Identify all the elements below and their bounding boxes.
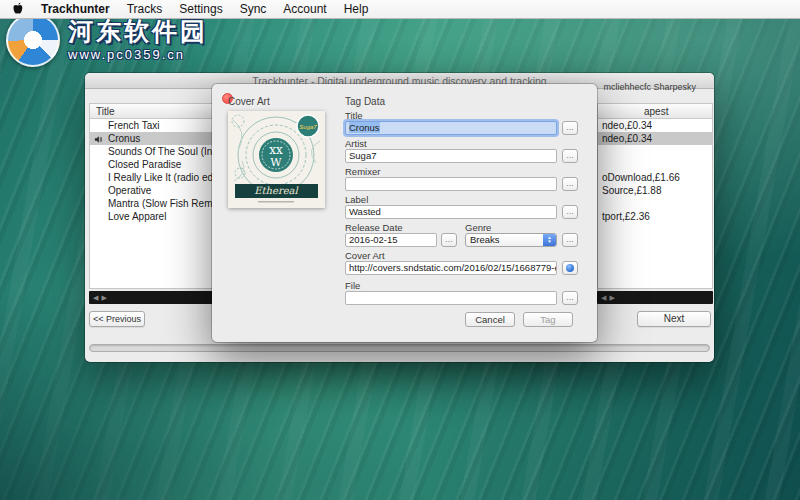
store-row[interactable] bbox=[598, 145, 712, 158]
cover-art-fetch-button[interactable] bbox=[562, 261, 578, 275]
cancel-button[interactable]: Cancel bbox=[465, 312, 515, 327]
release-date-more-button[interactable]: … bbox=[441, 233, 457, 247]
globe-icon bbox=[566, 264, 574, 272]
genre-dropdown[interactable]: Breaks ▲ ▼ bbox=[465, 233, 557, 247]
store-row-selected[interactable]: ndeo,£0.34 bbox=[598, 132, 712, 145]
cover-art-section-label: Cover Art bbox=[228, 96, 270, 107]
watermark-site-url: www.pc0359.cn bbox=[68, 48, 208, 62]
scroll-right-icon[interactable]: ▶ bbox=[609, 291, 614, 304]
menu-item-settings[interactable]: Settings bbox=[179, 2, 222, 16]
apple-icon bbox=[12, 2, 24, 16]
watermark-site-name: 河东软件园 bbox=[68, 18, 208, 46]
track-row-label: Cronus bbox=[108, 133, 140, 144]
album-title: Ethereal bbox=[254, 185, 298, 196]
cover-art-field-label: Cover Art bbox=[345, 250, 385, 261]
genre-more-button[interactable]: … bbox=[562, 233, 578, 247]
release-date-field-label: Release Date bbox=[345, 222, 403, 233]
tag-button[interactable]: Tag bbox=[523, 312, 573, 327]
artist-more-button[interactable]: … bbox=[562, 149, 578, 163]
menu-item-help[interactable]: Help bbox=[344, 2, 369, 16]
next-button[interactable]: Next bbox=[637, 311, 711, 327]
title-input-value: Cronus bbox=[349, 122, 380, 133]
menu-item-sync[interactable]: Sync bbox=[240, 2, 267, 16]
label-more-button[interactable]: … bbox=[562, 205, 578, 219]
title-more-button[interactable]: … bbox=[562, 121, 578, 135]
album-monogram-bottom: W bbox=[270, 156, 282, 169]
title-input[interactable]: Cronus bbox=[345, 121, 557, 135]
store-row[interactable] bbox=[598, 197, 712, 210]
remixer-field-label: Remixer bbox=[345, 166, 380, 177]
menu-item-trackhunter[interactable]: Trackhunter bbox=[41, 2, 110, 16]
album-artist-badge: Suga7 bbox=[299, 124, 317, 130]
tag-data-section-label: Tag Data bbox=[345, 96, 385, 107]
store-row[interactable]: Source,£1.88 bbox=[598, 184, 712, 197]
store-price-pane: apest ndeo,£0.34 ndeo,£0.34 oDownload,£1… bbox=[597, 103, 713, 289]
menu-item-account[interactable]: Account bbox=[283, 2, 326, 16]
file-field-label: File bbox=[345, 280, 360, 291]
store-row[interactable]: ndeo,£0.34 bbox=[598, 119, 712, 132]
remixer-more-button[interactable]: … bbox=[562, 177, 578, 191]
title-field-label: Title bbox=[345, 110, 363, 121]
store-row[interactable]: oDownload,£1.66 bbox=[598, 171, 712, 184]
genre-field-label: Genre bbox=[465, 222, 491, 233]
label-input[interactable]: Wasted bbox=[345, 205, 557, 219]
release-date-input[interactable]: 2016-02-15 bbox=[345, 233, 437, 247]
tag-editor-dialog: Cover Art Tag Data xx W Suga7 Ethereal bbox=[212, 84, 597, 342]
column-header-cheapest[interactable]: apest bbox=[598, 104, 712, 119]
progress-bar bbox=[89, 344, 710, 352]
header-fragment: mcliehhecfc Sharpesky bbox=[603, 82, 696, 92]
previous-button[interactable]: << Previous bbox=[89, 311, 145, 327]
apple-menu[interactable] bbox=[12, 2, 24, 16]
store-list-scrollbar[interactable]: ◀ ▶ bbox=[597, 291, 713, 304]
scroll-left-icon[interactable]: ◀ bbox=[601, 291, 606, 304]
file-more-button[interactable]: … bbox=[562, 291, 578, 305]
artist-field-label: Artist bbox=[345, 138, 367, 149]
album-monogram-top: xx bbox=[269, 143, 283, 157]
label-field-label: Label bbox=[345, 194, 368, 205]
site-watermark: 河东软件园 www.pc0359.cn bbox=[6, 13, 208, 67]
store-row[interactable] bbox=[598, 158, 712, 171]
remixer-input[interactable] bbox=[345, 177, 557, 191]
album-cover-art: xx W Suga7 Ethereal bbox=[228, 111, 325, 208]
store-row[interactable]: tport,£2.36 bbox=[598, 210, 712, 223]
dropdown-arrows-icon: ▲ ▼ bbox=[543, 234, 556, 246]
artist-input[interactable]: Suga7 bbox=[345, 149, 557, 163]
scroll-left-icon[interactable]: ◀ bbox=[93, 291, 98, 304]
cover-art-url-input[interactable]: http://covers.sndstatic.com/2016/02/15/1… bbox=[345, 261, 557, 275]
speaker-icon bbox=[94, 134, 103, 145]
genre-dropdown-value: Breaks bbox=[466, 234, 543, 246]
scroll-right-icon[interactable]: ▶ bbox=[101, 291, 106, 304]
menu-bar: Trackhunter Tracks Settings Sync Account… bbox=[0, 0, 800, 19]
watermark-logo-icon bbox=[6, 13, 60, 67]
menu-item-tracks[interactable]: Tracks bbox=[127, 2, 163, 16]
file-input[interactable] bbox=[345, 291, 557, 305]
